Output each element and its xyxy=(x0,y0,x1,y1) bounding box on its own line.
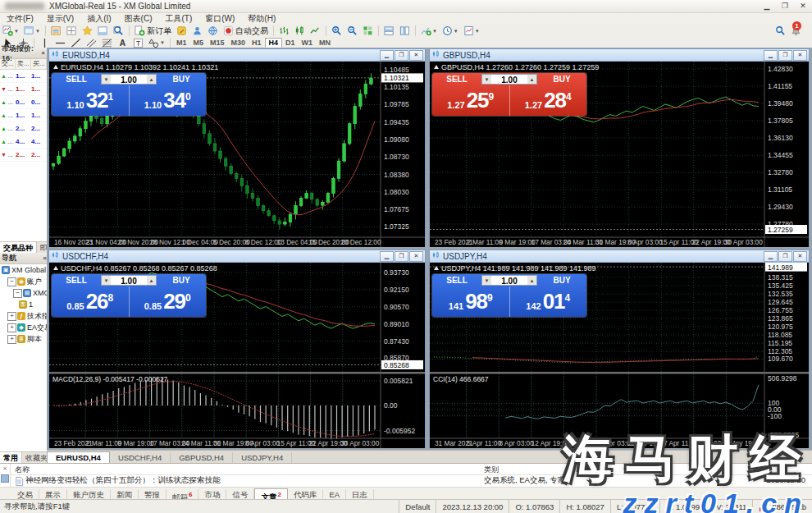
search-button[interactable] xyxy=(773,25,787,38)
navigator-item-6[interactable]: +≣脚本 xyxy=(0,333,47,345)
chart-close-icon[interactable]: ✕ xyxy=(793,50,807,61)
indicators-button[interactable]: ▼ xyxy=(419,25,439,38)
volume-value[interactable]: 1.00 xyxy=(111,276,147,285)
chart-window-eurusd-h4[interactable]: EURUSD,H4▁❐✕1.104851.101351.097851.09435… xyxy=(48,48,426,247)
volume-down-icon[interactable]: ▼ xyxy=(102,276,111,285)
sell-button[interactable]: SELL xyxy=(52,274,101,286)
buy-button[interactable]: BUY xyxy=(157,274,206,286)
sell-button[interactable]: SELL xyxy=(432,274,481,286)
shapes-tool-dropdown-icon[interactable]: ▼ xyxy=(160,40,165,45)
close-icon[interactable]: ✕ xyxy=(794,1,812,11)
bar-chart-mode-button[interactable] xyxy=(277,25,291,38)
volume-value[interactable]: 1.00 xyxy=(491,75,527,84)
market-watch-row[interactable]: ▲...0...0... xyxy=(0,96,47,109)
volume-up-icon[interactable]: ▲ xyxy=(147,75,156,84)
volume-up-icon[interactable]: ▲ xyxy=(147,276,156,285)
volume-up-icon[interactable]: ▲ xyxy=(527,276,536,285)
timeframe-h1[interactable]: H1 xyxy=(249,38,265,48)
buy-price-button[interactable]: 142014 xyxy=(510,286,587,317)
timeframe-m15[interactable]: M15 xyxy=(207,38,228,48)
one-click-trading-panel[interactable]: SELL▼1.00▲BUY0.852680.85290 xyxy=(52,274,206,317)
window-titlebar[interactable]: XMGlobal-Real 15 - XM Global Limited ▁ ❐… xyxy=(0,0,812,13)
chart-window-gbpusd-h4[interactable]: GBPUSD,H4▁❐✕1.428301.411551.394801.37805… xyxy=(429,48,810,247)
volume-stepper[interactable]: ▼1.00▲ xyxy=(481,275,537,286)
volume-value[interactable]: 1.00 xyxy=(491,276,527,285)
timeframe-w1[interactable]: W1 xyxy=(299,38,317,48)
chart-restore-icon[interactable]: ❐ xyxy=(395,251,408,262)
chart-body[interactable]: 138.315135.425132.535129.645126.755123.8… xyxy=(430,263,809,448)
community-button[interactable] xyxy=(190,25,204,38)
menu-item-0[interactable]: 文件(F) xyxy=(0,13,40,24)
templates-button[interactable]: ▼ xyxy=(462,25,481,38)
chart-close-icon[interactable]: ✕ xyxy=(409,50,423,61)
website-button[interactable] xyxy=(206,25,220,38)
buy-button[interactable]: BUY xyxy=(537,73,586,85)
autotrading-button[interactable]: 自动交易 xyxy=(221,25,270,38)
terminal-close-icon[interactable]: × xyxy=(3,465,7,472)
market-watch-row[interactable]: ▼...2...2... xyxy=(0,149,47,162)
market-watch-row[interactable]: ▼...1...1... xyxy=(0,83,47,96)
market-watch-row[interactable]: ▲...1...1... xyxy=(0,70,47,83)
market-watch-close-icon[interactable]: × xyxy=(41,49,45,57)
menu-item-2[interactable]: 插入(I) xyxy=(80,13,117,24)
arrange-vertical-button[interactable] xyxy=(398,25,412,38)
buy-price-button[interactable]: 0.85290 xyxy=(130,286,207,317)
sell-price-button[interactable]: 1.27259 xyxy=(432,85,510,116)
chart-tab-eurusd-h4[interactable]: EURUSD,H4 xyxy=(47,451,110,464)
navigator-tab-1[interactable]: 收藏夹 xyxy=(22,452,47,464)
market-watch-tab-0[interactable]: 交易品种 xyxy=(0,242,37,254)
line-chart-mode-button[interactable] xyxy=(308,25,322,38)
sell-price-button[interactable]: 0.85268 xyxy=(52,286,130,317)
tree-expand-icon[interactable]: + xyxy=(7,312,16,321)
chart-close-icon[interactable]: ✕ xyxy=(793,251,807,262)
sell-price-button[interactable]: 1.10321 xyxy=(52,85,130,116)
chart-restore-icon[interactable]: ❐ xyxy=(395,50,408,61)
timeframe-m1[interactable]: M1 xyxy=(173,38,190,48)
zoom-out-button[interactable] xyxy=(345,25,359,38)
buy-price-button[interactable]: 1.10340 xyxy=(130,85,207,116)
menu-item-6[interactable]: 帮助(H) xyxy=(241,13,282,24)
menu-item-4[interactable]: 工具(T) xyxy=(158,13,198,24)
menu-item-1[interactable]: 显示(V) xyxy=(40,13,80,24)
tile-windows-button[interactable] xyxy=(361,25,375,38)
chart-restore-icon[interactable]: ❐ xyxy=(778,251,792,262)
volume-stepper[interactable]: ▼1.00▲ xyxy=(101,275,157,286)
market-watch-row[interactable]: ▲...2...2... xyxy=(0,122,47,135)
periods-dropdown-icon[interactable]: ▼ xyxy=(454,29,458,34)
navigator-item-0[interactable]: ▣XM Global xyxy=(0,264,47,276)
chart-window-usdjpy-h4[interactable]: USDJPY,H4▁❐✕138.315135.425132.535129.645… xyxy=(429,250,810,448)
navigator-tab-0[interactable]: 常用 xyxy=(0,452,22,464)
buy-price-button[interactable]: 1.27284 xyxy=(510,85,587,116)
sell-button[interactable]: SELL xyxy=(432,73,481,85)
chart-window-titlebar[interactable]: GBPUSD,H4▁❐✕ xyxy=(430,49,809,62)
market-watch-column-1[interactable]: 卖... xyxy=(16,59,31,69)
buy-button[interactable]: BUY xyxy=(157,73,206,85)
chart-minimize-icon[interactable]: ▁ xyxy=(764,251,778,262)
zoom-in-button[interactable] xyxy=(330,25,344,38)
maximize-icon[interactable]: ❐ xyxy=(776,1,794,11)
terminal-grip-icon[interactable] xyxy=(1,474,9,483)
market-watch-row[interactable]: ▲...4...4... xyxy=(0,135,47,149)
timeframe-m5[interactable]: M5 xyxy=(189,38,207,48)
status-profile[interactable]: Default xyxy=(399,500,436,513)
navigator-item-1[interactable]: −◉账户 xyxy=(0,276,47,287)
menu-item-3[interactable]: 图表(C) xyxy=(118,13,159,24)
one-click-trading-panel[interactable]: SELL▼1.00▲BUY1.103211.10340 xyxy=(52,73,206,116)
indicators-dropdown-icon[interactable]: ▼ xyxy=(432,29,437,34)
tree-expand-icon[interactable]: + xyxy=(7,323,16,332)
templates-dropdown-icon[interactable]: ▼ xyxy=(475,29,480,34)
navigator-item-3[interactable]: ⚿1 xyxy=(0,299,47,310)
chart-minimize-icon[interactable]: ▁ xyxy=(764,50,778,61)
chart-window-titlebar[interactable]: EURUSD,H4▁❐✕ xyxy=(49,49,425,62)
minimize-icon[interactable]: ▁ xyxy=(758,1,776,11)
market-watch-tab-1[interactable]: 即时图 xyxy=(37,242,47,254)
volume-down-icon[interactable]: ▼ xyxy=(482,75,491,84)
chart-restore-icon[interactable]: ❐ xyxy=(778,50,792,61)
navigator-item-2[interactable]: −▤XMG xyxy=(0,287,47,299)
chart-minimize-icon[interactable]: ▁ xyxy=(380,50,394,61)
chart-body[interactable]: 1.428301.411551.394801.378051.361301.344… xyxy=(430,62,809,247)
article-row[interactable]: 神经网络变得轻松（第四十五部分）：训练状态探索技能 交易系统, EA交易, 专家… xyxy=(11,474,812,487)
timeframe-d1[interactable]: D1 xyxy=(282,38,299,48)
sell-price-button[interactable]: 141989 xyxy=(432,286,510,317)
chart-window-titlebar[interactable]: USDJPY,H4▁❐✕ xyxy=(430,250,809,263)
